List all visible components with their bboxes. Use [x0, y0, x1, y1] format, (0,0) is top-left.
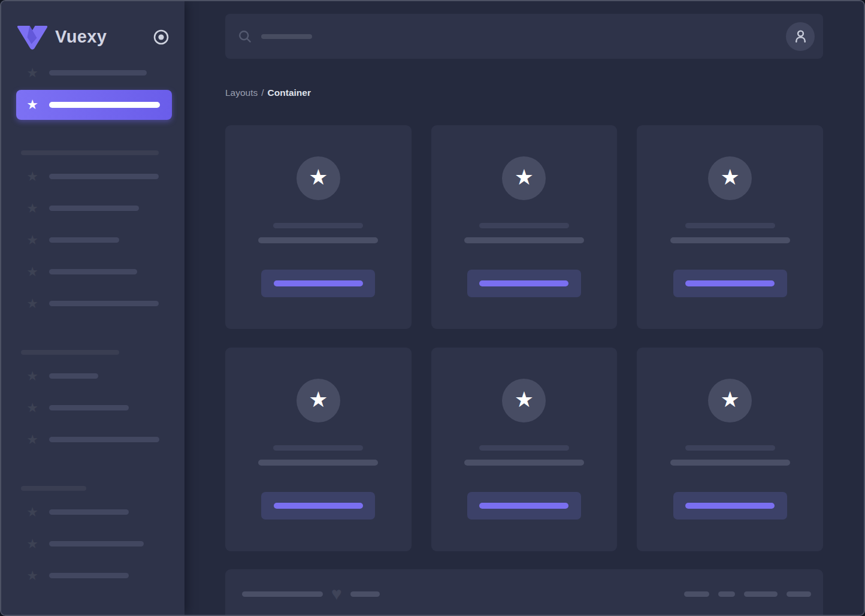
- breadcrumb-current: Container: [268, 87, 311, 98]
- star-icon: ★: [25, 265, 40, 279]
- bottom-bar-right: [675, 587, 811, 600]
- menu-item-label-placeholder: [49, 206, 139, 211]
- star-avatar: ★: [297, 156, 340, 200]
- star-icon: ★: [309, 167, 328, 190]
- sidebar-menu-item-active[interactable]: ★: [16, 90, 172, 120]
- star-avatar: ★: [297, 379, 340, 422]
- card-subtitle-placeholder: [258, 237, 378, 243]
- star-icon: ★: [25, 433, 40, 446]
- skeleton-card: ★: [637, 125, 823, 329]
- star-icon: ★: [25, 297, 40, 310]
- breadcrumb-separator: /: [261, 87, 264, 98]
- logo-text: Vuexy: [55, 27, 107, 47]
- menu-item-label-placeholder: [49, 509, 129, 515]
- sidebar-menu-item[interactable]: ★: [1, 161, 185, 192]
- menu-item-label-placeholder: [49, 573, 129, 578]
- heart-icon: ♥: [331, 585, 342, 603]
- breadcrumb: Layouts/Container: [225, 87, 823, 98]
- sidebar-menu-item[interactable]: ★: [1, 560, 185, 591]
- footer-link-placeholder: [744, 591, 778, 597]
- search-icon: [238, 30, 252, 43]
- card-button-label-placeholder: [479, 280, 568, 286]
- menu-item-label-placeholder: [49, 102, 160, 108]
- sidebar-menu-item[interactable]: ★: [1, 424, 185, 455]
- section-title-placeholder: [21, 150, 159, 155]
- sidebar-menu-item[interactable]: ★: [1, 496, 185, 528]
- card-title-placeholder: [479, 445, 569, 451]
- card-button-label-placeholder: [685, 503, 775, 509]
- card-title-placeholder: [685, 445, 775, 451]
- star-icon: ★: [25, 538, 40, 551]
- sidebar-menu-item[interactable]: ★: [1, 392, 185, 424]
- section-title-placeholder: [21, 350, 119, 355]
- card-button[interactable]: [261, 492, 375, 520]
- star-avatar: ★: [708, 156, 752, 200]
- star-icon: ★: [25, 67, 40, 80]
- sidebar-menu-item[interactable]: ★: [1, 57, 185, 89]
- sidebar-menu-item[interactable]: ★: [1, 192, 185, 224]
- menu-item-label-placeholder: [49, 405, 129, 410]
- skeleton-card: ★: [225, 348, 412, 551]
- sidebar-section-divider: [21, 346, 185, 357]
- menu-item-label-placeholder: [49, 237, 119, 243]
- sidebar-menu-item[interactable]: ★: [1, 256, 185, 288]
- card-subtitle-placeholder: [670, 460, 790, 466]
- card-title-placeholder: [479, 223, 569, 228]
- star-icon: ★: [25, 170, 40, 183]
- footer-link-placeholder: [787, 591, 811, 597]
- star-icon: ★: [309, 389, 328, 412]
- card-button[interactable]: [467, 492, 581, 520]
- card-button[interactable]: [261, 270, 375, 297]
- app-window: Vuexy ★ ★: [0, 0, 865, 616]
- section-title-placeholder: [21, 486, 86, 491]
- search-bar[interactable]: [225, 14, 823, 59]
- star-icon: ★: [25, 234, 40, 247]
- menu-item-label-placeholder: [49, 301, 159, 306]
- menu-item-label-placeholder: [49, 70, 147, 76]
- card-title-placeholder: [685, 223, 775, 228]
- menu-item-label-placeholder: [49, 373, 98, 379]
- card-subtitle-placeholder: [670, 237, 790, 243]
- sidebar-menu: ★ ★ ★: [1, 57, 185, 591]
- user-avatar-button[interactable]: [786, 22, 815, 51]
- star-avatar: ★: [708, 379, 752, 422]
- content-container: Layouts/Container ★: [225, 14, 823, 615]
- card-grid: ★ ★: [225, 125, 823, 551]
- card-subtitle-placeholder: [258, 460, 378, 466]
- search-placeholder: [261, 34, 312, 39]
- footer-link-placeholder: [718, 591, 735, 597]
- sidebar-menu-item[interactable]: ★: [1, 288, 185, 319]
- sidebar-section-divider: [21, 482, 185, 493]
- card-button[interactable]: [673, 492, 787, 520]
- star-icon: ★: [25, 98, 40, 111]
- vuexy-logo-icon: [17, 25, 48, 50]
- sidebar-section-divider: [21, 147, 185, 158]
- card-button-label-placeholder: [274, 503, 363, 509]
- footer-text-placeholder: [350, 591, 380, 597]
- skeleton-card: ★: [431, 125, 618, 329]
- star-icon: ★: [25, 370, 40, 383]
- card-subtitle-placeholder: [464, 460, 584, 466]
- menu-item-label-placeholder: [49, 269, 137, 274]
- card-button[interactable]: [673, 270, 787, 297]
- sidebar-menu-item[interactable]: ★: [1, 224, 185, 256]
- skeleton-card: ★: [637, 348, 823, 551]
- sidebar-header: Vuexy: [1, 1, 185, 57]
- footer-link-placeholder: [684, 591, 709, 597]
- bottom-bar-left: ♥: [242, 587, 380, 600]
- sidebar-menu-item[interactable]: ★: [1, 528, 185, 560]
- star-icon: ★: [25, 506, 40, 519]
- sidebar: Vuexy ★ ★: [1, 1, 185, 615]
- card-button-label-placeholder: [274, 280, 363, 286]
- radio-circle-icon[interactable]: [152, 28, 170, 46]
- sidebar-menu-item[interactable]: ★: [1, 360, 185, 392]
- card-button[interactable]: [467, 270, 581, 297]
- breadcrumb-parent[interactable]: Layouts: [225, 87, 258, 98]
- bottom-bar: ♥: [225, 569, 823, 615]
- main-area: Layouts/Container ★: [185, 1, 864, 615]
- skeleton-card: ★: [431, 348, 618, 551]
- star-icon: ★: [721, 167, 740, 190]
- star-avatar: ★: [502, 379, 546, 422]
- star-icon: ★: [25, 569, 40, 582]
- star-icon: ★: [25, 202, 40, 215]
